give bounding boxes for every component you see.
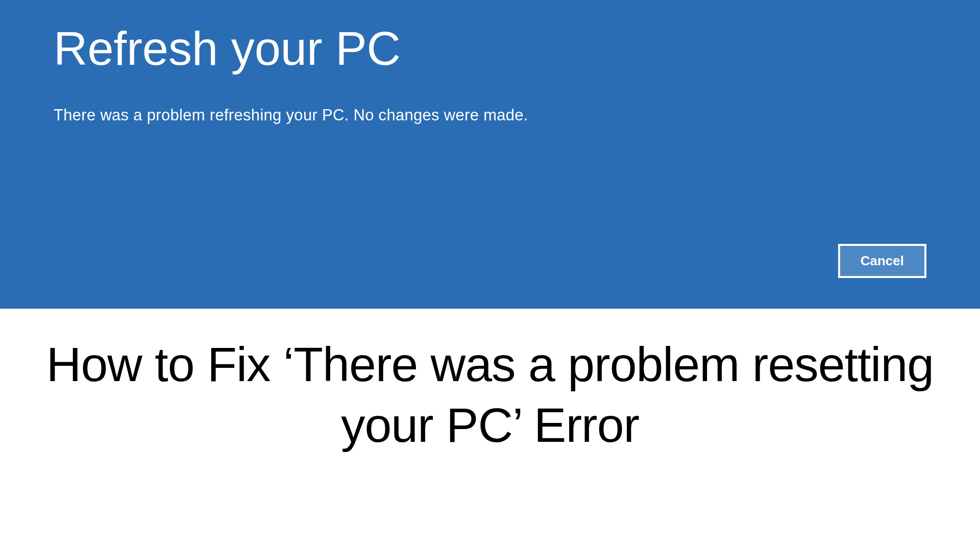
dialog-message: There was a problem refreshing your PC. … bbox=[54, 106, 926, 124]
article-section: How to Fix ‘There was a problem resettin… bbox=[0, 309, 980, 476]
cancel-button[interactable]: Cancel bbox=[838, 244, 926, 278]
refresh-pc-dialog: Refresh your PC There was a problem refr… bbox=[0, 0, 980, 309]
article-title: How to Fix ‘There was a problem resettin… bbox=[36, 334, 944, 456]
dialog-title: Refresh your PC bbox=[54, 23, 926, 74]
